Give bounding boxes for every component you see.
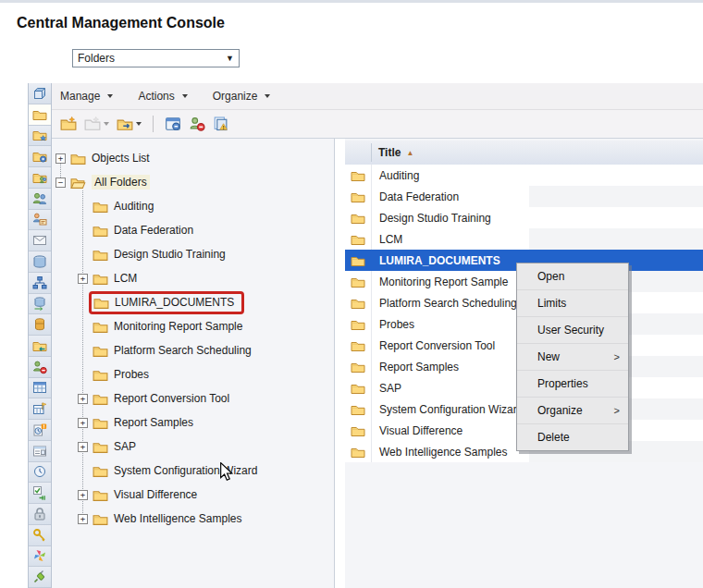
tree-item-label: Data Federation [114, 224, 193, 237]
strip-tab-checkbox-plug[interactable] [29, 483, 51, 504]
tree-item-lumira-documents[interactable]: LUMIRA_DOCUMENTS [52, 290, 334, 314]
expand-plus-icon[interactable]: + [78, 418, 88, 428]
row-title: Visual Difference [371, 420, 529, 441]
chevron-down-icon [136, 122, 142, 126]
strip-tab-pinwheel[interactable] [29, 546, 51, 568]
pinwheel-icon [32, 548, 47, 563]
context-menu-item-delete[interactable]: Delete [517, 424, 628, 450]
strip-tab-folder[interactable] [29, 104, 51, 126]
table-row-auditing[interactable]: Auditing [345, 165, 703, 186]
tree-item-report-conversion-tool[interactable]: +Report Conversion Tool [52, 386, 334, 410]
key-icon [32, 528, 47, 543]
tree-item-label: Web Intelligence Samples [114, 512, 242, 525]
submenu-arrow-icon: > [614, 398, 620, 423]
strip-tab-table-flag[interactable] [29, 398, 51, 420]
tree-item-label: SAP [114, 440, 136, 453]
folder-icon [92, 367, 108, 383]
console-area-select[interactable]: Folders ▼ [72, 49, 240, 67]
strip-tab-user-key[interactable] [29, 357, 51, 378]
toolbar-new-folder-button[interactable] [58, 115, 79, 133]
strip-tab-clock-warning[interactable] [29, 420, 51, 441]
context-menu-item-limits[interactable]: Limits [517, 290, 628, 317]
add-object-icon [84, 116, 101, 132]
expand-plus-icon[interactable]: + [56, 153, 66, 164]
tree-item-label: Report Samples [114, 416, 193, 429]
strip-tab-calendar-grid[interactable] [29, 378, 51, 399]
tree-item-sap[interactable]: +SAP [52, 435, 334, 459]
strip-tab-list-panel[interactable] [29, 441, 51, 462]
tree-item-platform-search-scheduling[interactable]: Platform Search Scheduling [52, 338, 334, 362]
tree-item-system-configuration-wizard[interactable]: System Configuration Wizard [52, 459, 334, 483]
expand-plus-icon[interactable]: + [78, 442, 88, 452]
expand-plus-icon[interactable]: + [78, 514, 88, 524]
clock-warning-icon [32, 423, 47, 437]
folder-icon [92, 247, 108, 263]
context-menu-item-label: Limits [537, 297, 566, 310]
strip-tab-plug[interactable] [29, 567, 51, 588]
folder-icon [345, 275, 371, 289]
folder-icon [32, 107, 47, 122]
folder-return-icon [32, 338, 47, 353]
context-menu-item-label: Properties [537, 377, 588, 390]
table-header-row[interactable]: Title ▲ [345, 141, 703, 165]
context-menu-item-organize[interactable]: Organize> [517, 398, 628, 424]
table-row-data-federation[interactable]: Data Federation [345, 186, 703, 207]
title-column-header[interactable]: Title [378, 146, 401, 159]
context-menu-item-properties[interactable]: Properties [517, 371, 628, 398]
strip-tab-database-sync[interactable] [29, 294, 51, 315]
plug-icon [32, 570, 47, 584]
row-filler [529, 186, 703, 207]
context-menu-item-new[interactable]: New> [517, 344, 628, 371]
toolbar-user-security-button[interactable] [163, 115, 183, 133]
toolbar-delete-user-button[interactable] [187, 115, 207, 133]
strip-tab-key[interactable] [29, 525, 51, 546]
menu-manage[interactable]: Manage [60, 90, 113, 103]
tree-item-data-federation[interactable]: Data Federation [52, 218, 334, 242]
menu-organize[interactable]: Organize [213, 90, 271, 103]
tree-item-design-studio-training[interactable]: Design Studio Training [52, 242, 334, 266]
strip-tab-lock[interactable] [29, 504, 51, 525]
expand-plus-icon[interactable]: + [78, 490, 88, 500]
tree-item-monitoring-report-sample[interactable]: Monitoring Report Sample [52, 314, 334, 338]
strip-tab-folder-star[interactable] [29, 126, 51, 147]
tree-item-label: Objects List [92, 152, 150, 165]
strip-tab-folder-return[interactable] [29, 336, 51, 357]
blue-cube-icon [32, 86, 47, 101]
tree-item-probes[interactable]: Probes [52, 362, 334, 386]
tree-item-all-folders[interactable]: −All Folders [52, 170, 334, 194]
tree-item-visual-difference[interactable]: +Visual Difference [52, 483, 334, 507]
strip-tab-two-users[interactable] [29, 189, 51, 210]
collapse-minus-icon[interactable]: − [56, 178, 66, 188]
strip-tab-envelope[interactable] [29, 230, 51, 251]
toolbar [52, 110, 703, 139]
clock-icon [32, 464, 47, 479]
envelope-icon [32, 233, 47, 248]
tree-item-web-intelligence-samples[interactable]: +Web Intelligence Samples [52, 507, 334, 531]
strip-tab-user-card[interactable] [29, 210, 51, 231]
menu-actions[interactable]: Actions [138, 90, 187, 103]
expand-plus-icon[interactable]: + [78, 394, 88, 404]
toolbar-limits-button[interactable] [211, 115, 231, 133]
strip-tab-folder-people[interactable] [29, 167, 51, 189]
strip-tab-barrel[interactable] [29, 314, 51, 336]
context-menu-item-open[interactable]: Open [517, 263, 628, 290]
tree-item-report-samples[interactable]: +Report Samples [52, 410, 334, 435]
tree-item-lcm[interactable]: +LCM [52, 266, 334, 290]
strip-tab-database[interactable] [29, 251, 51, 273]
toolbar-copy-move-button[interactable] [115, 115, 143, 133]
strip-tab-clock[interactable] [29, 462, 51, 484]
context-menu-item-user-security[interactable]: User Security [517, 317, 628, 344]
expand-plus-icon[interactable]: + [78, 274, 88, 284]
strip-tab-folder-gear[interactable] [29, 146, 51, 167]
table-row-design-studio-training[interactable]: Design Studio Training [345, 207, 703, 228]
strip-tab-network-tree[interactable] [29, 273, 51, 294]
folder-icon [92, 223, 108, 239]
tree-item-auditing[interactable]: Auditing [52, 194, 334, 218]
folder-icon [345, 317, 371, 332]
tree-item-objects-list[interactable]: +Objects List [52, 146, 334, 170]
strip-tab-blue-cube[interactable] [29, 83, 51, 104]
tree-item-label: LCM [114, 272, 137, 285]
tree-item-label: Auditing [114, 200, 154, 213]
table-row-lcm[interactable]: LCM [345, 228, 703, 250]
row-title: Auditing [371, 165, 529, 186]
